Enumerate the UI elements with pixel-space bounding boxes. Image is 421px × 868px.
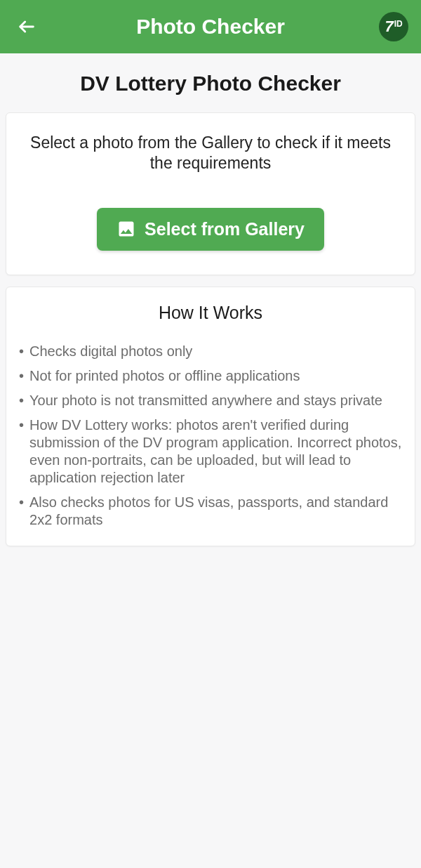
image-icon: [116, 219, 136, 239]
list-item: •Also checks photos for US visas, passpo…: [19, 494, 402, 529]
gallery-button-label: Select from Gallery: [145, 219, 305, 239]
list-item: •How DV Lottery works: photos aren't ver…: [19, 416, 402, 487]
header-title: Photo Checker: [136, 15, 285, 39]
list-item: •Your photo is not transmitted anywhere …: [19, 392, 402, 409]
select-from-gallery-button[interactable]: Select from Gallery: [97, 208, 324, 251]
photo-selection-card: Select a photo from the Gallery to check…: [6, 112, 415, 275]
back-arrow-icon: [17, 17, 36, 37]
app-header: Photo Checker 7ID: [0, 0, 421, 53]
page-title: DV Lottery Photo Checker: [0, 53, 421, 112]
how-it-works-title: How It Works: [19, 303, 402, 323]
instruction-text: Select a photo from the Gallery to check…: [20, 133, 401, 174]
back-button[interactable]: [13, 13, 41, 41]
list-item: •Not for printed photos or offline appli…: [19, 367, 402, 385]
how-it-works-list: •Checks digital photos only •Not for pri…: [19, 343, 402, 529]
how-it-works-card: How It Works •Checks digital photos only…: [6, 287, 415, 546]
app-logo-icon: 7ID: [379, 12, 408, 41]
list-item: •Checks digital photos only: [19, 343, 402, 360]
